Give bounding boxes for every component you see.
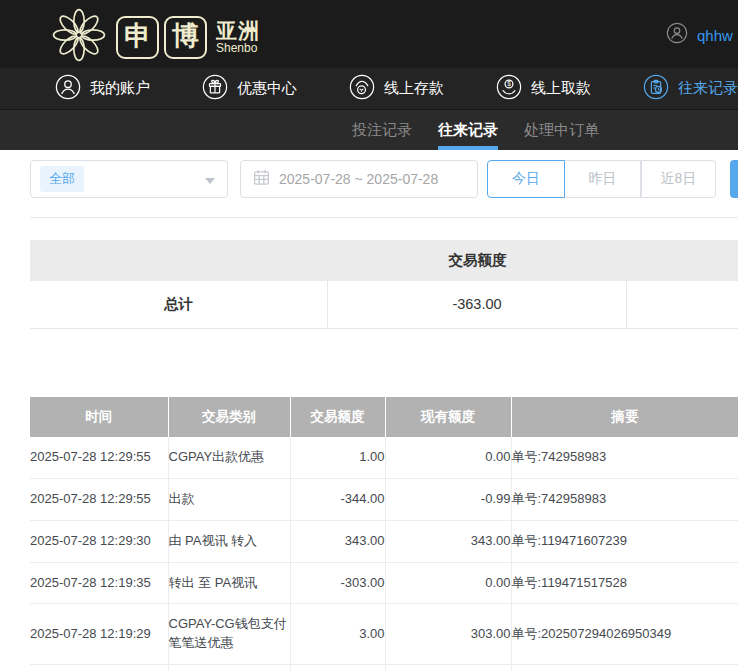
cell-summary: 单号:742958983 — [511, 478, 738, 520]
cell-amount: 3.00 — [290, 604, 385, 665]
summary-header-label: 交易额度 — [328, 251, 627, 270]
cell-type: CGPAY支付 — [168, 665, 290, 671]
nav-item-records[interactable]: 往来记录 — [643, 74, 738, 103]
records-icon — [643, 74, 669, 103]
cell-time: 2025-07-28 12:29:30 — [30, 520, 168, 562]
chevron-down-icon — [205, 178, 215, 184]
top-header: 申 博 亚洲 Shenbo qhhw — [0, 0, 738, 68]
tab-betting-records[interactable]: 投注记录 — [352, 110, 412, 150]
column-header: 交易类别 — [168, 397, 290, 437]
nav-item-deposit[interactable]: 线上存款 — [349, 74, 444, 103]
cell-time: 2025-07-28 12:29:55 — [30, 437, 168, 478]
cell-time: 2025-07-28 12:19:29 — [30, 665, 168, 671]
cell-time: 2025-07-28 12:19:29 — [30, 604, 168, 665]
table-row: 2025-07-28 12:29:30由 PA视讯 转入343.00343.00… — [30, 520, 738, 562]
cell-amount: -303.00 — [290, 562, 385, 604]
total-label: 总计 — [30, 281, 328, 328]
section-divider — [30, 217, 738, 218]
records-body: 2025-07-28 12:29:55CGPAY出款优惠1.000.00单号:7… — [30, 437, 738, 671]
cell-time: 2025-07-28 12:19:35 — [30, 562, 168, 604]
summary-header-row: 交易额度 — [30, 240, 738, 281]
cell-balance: 343.00 — [385, 520, 511, 562]
username-text[interactable]: qhhw — [697, 27, 733, 44]
logo-region-en: Shenbo — [216, 42, 260, 55]
logo-region: 亚洲 Shenbo — [216, 20, 260, 55]
cell-amount: 1.00 — [290, 437, 385, 478]
svg-text:$: $ — [507, 80, 511, 87]
page: 申 博 亚洲 Shenbo qhhw — [0, 0, 738, 671]
flower-logo-icon — [52, 8, 106, 66]
transaction-type-select[interactable]: 全部 — [30, 160, 228, 198]
summary-table: 交易额度 总计 -363.00 — [30, 240, 738, 329]
table-row: 2025-07-28 12:29:55出款-344.00-0.99单号:7429… — [30, 478, 738, 520]
calendar-icon — [241, 169, 270, 190]
cell-type: 出款 — [168, 478, 290, 520]
search-button[interactable] — [730, 160, 738, 198]
column-header: 现有额度 — [385, 397, 511, 437]
cell-amount: -344.00 — [290, 478, 385, 520]
nav-label: 线上存款 — [384, 79, 444, 98]
quick-date-buttons: 今日 昨日 近8日 — [487, 160, 716, 198]
column-header: 交易额度 — [290, 397, 385, 437]
main-nav: 我的账户 优惠中心 — [0, 68, 738, 110]
withdraw-icon: $ — [496, 74, 522, 103]
nav-label: 往来记录 — [678, 79, 738, 98]
logo-region-zh: 亚洲 — [216, 20, 260, 42]
nav-label: 优惠中心 — [237, 79, 297, 98]
column-header: 摘要 — [511, 397, 738, 437]
cell-balance: 300.00 — [385, 665, 511, 671]
cell-amount: 343.00 — [290, 520, 385, 562]
tab-transaction-records[interactable]: 往来记录 — [438, 110, 498, 150]
cell-amount: 300.00 — [290, 665, 385, 671]
summary-total-row: 总计 -363.00 — [30, 281, 738, 329]
table-row: 2025-07-28 12:19:35转出 至 PA视讯-303.000.00单… — [30, 562, 738, 604]
user-icon — [55, 74, 81, 103]
cell-type: 转出 至 PA视讯 — [168, 562, 290, 604]
total-value: -363.00 — [328, 281, 627, 328]
cell-summary: 单号:202507294026950349 — [511, 665, 738, 671]
yesterday-button[interactable]: 昨日 — [565, 160, 641, 198]
tab-processing-orders[interactable]: 处理中订单 — [524, 110, 599, 150]
table-row: 2025-07-28 12:19:29CGPAY-CG钱包支付笔笔送优惠3.00… — [30, 604, 738, 665]
avatar-icon — [666, 22, 688, 48]
logo-char-1: 申 — [116, 16, 159, 59]
last-8-days-button[interactable]: 近8日 — [641, 160, 716, 198]
column-header: 时间 — [30, 397, 168, 437]
cell-summary: 单号:202507294026950349 — [511, 604, 738, 665]
cell-balance: 0.00 — [385, 562, 511, 604]
date-range-input[interactable]: 2025-07-28 ~ 2025-07-28 — [240, 160, 478, 198]
cell-time: 2025-07-28 12:29:55 — [30, 478, 168, 520]
today-button[interactable]: 今日 — [487, 160, 565, 198]
cell-balance: 0.00 — [385, 437, 511, 478]
cell-type: 由 PA视讯 转入 — [168, 520, 290, 562]
logo-char-2: 博 — [164, 16, 207, 59]
nav-item-my-account[interactable]: 我的账户 — [55, 74, 150, 103]
deposit-icon — [349, 74, 375, 103]
user-account[interactable]: qhhw — [666, 22, 733, 48]
header-row: 时间交易类别交易额度现有额度摘要 — [30, 397, 738, 437]
cell-summary: 单号:742958983 — [511, 437, 738, 478]
cell-balance: 303.00 — [385, 604, 511, 665]
nav-item-withdraw[interactable]: $ 线上取款 — [496, 74, 591, 103]
records-table: 时间交易类别交易额度现有额度摘要 2025-07-28 12:29:55CGPA… — [30, 397, 738, 671]
table-row: 2025-07-28 12:29:55CGPAY出款优惠1.000.00单号:7… — [30, 437, 738, 478]
date-range-value: 2025-07-28 ~ 2025-07-28 — [279, 171, 438, 187]
nav-item-promotions[interactable]: 优惠中心 — [202, 74, 297, 103]
cell-type: CGPAY出款优惠 — [168, 437, 290, 478]
records-table-head: 时间交易类别交易额度现有额度摘要 — [30, 397, 738, 437]
selected-type-chip: 全部 — [40, 166, 84, 192]
cell-balance: -0.99 — [385, 478, 511, 520]
nav-label: 我的账户 — [90, 79, 150, 98]
cell-summary: 单号:119471517528 — [511, 562, 738, 604]
sub-nav: 投注记录 往来记录 处理中订单 — [0, 110, 738, 150]
nav-label: 线上取款 — [531, 79, 591, 98]
cell-summary: 单号:119471607239 — [511, 520, 738, 562]
cell-type: CGPAY-CG钱包支付笔笔送优惠 — [168, 604, 290, 665]
gift-icon — [202, 74, 228, 103]
brand-logo[interactable]: 申 博 亚洲 Shenbo — [52, 8, 260, 66]
table-row: 2025-07-28 12:19:29CGPAY支付300.00300.00单号… — [30, 665, 738, 671]
